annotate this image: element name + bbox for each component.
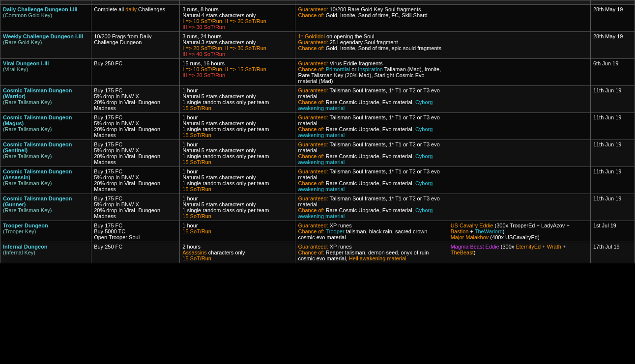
key-label: (Rare Talisman Key) bbox=[3, 126, 52, 132]
table-row: Cosmic Talisman Dungeon (Sentinel) (Rare… bbox=[0, 140, 635, 167]
table-row: Weekly Challenge Dungeon I-III (Rare Gol… bbox=[0, 32, 635, 59]
key-label: (Infernal Key) bbox=[3, 250, 35, 255]
dungeon-cell: Trooper Dungeon (Trooper Key) bbox=[0, 221, 91, 242]
achievements-cell: Magma Beast Eddie (300x EternityEd + Wra… bbox=[448, 242, 590, 263]
dungeon-cell: Cosmic Talisman Dungeon (Warrior) (Rare … bbox=[0, 86, 91, 113]
introduced-cell: 11th Jun 19 bbox=[590, 194, 635, 221]
introduced-cell: 28th May 19 bbox=[590, 5, 635, 32]
level-cell: 15 runs, 16 hours I => 10 SoT/Run, II =>… bbox=[180, 59, 295, 86]
table-row: Cosmic Talisman Dungeon (Gunner) (Rare T… bbox=[0, 194, 635, 221]
rewards-cell: 1* GoldIdol on opening the Soul Guarante… bbox=[295, 32, 448, 59]
level-cell: 1 hour Natural 5 stars characters only 1… bbox=[180, 167, 295, 194]
table-row: Viral Dungeon I-III (Viral Key) Buy 250 … bbox=[0, 59, 635, 86]
introduced-cell: 11th Jun 19 bbox=[590, 140, 635, 167]
dungeon-cell: Viral Dungeon I-III (Viral Key) bbox=[0, 59, 91, 86]
achievements-cell: US Cavalry Eddie (300x TrooperEd + LadyA… bbox=[448, 221, 590, 242]
dungeon-cell: Infernal Dungeon (Infernal Key) bbox=[0, 242, 91, 263]
dungeon-cell: Weekly Challenge Dungeon I-III (Rare Gol… bbox=[0, 32, 91, 59]
how-cell: Buy 175 FC5% drop in BNW X20% drop in Vi… bbox=[91, 194, 180, 221]
how-cell: Buy 175 FC5% drop in BNW X20% drop in Vi… bbox=[91, 86, 180, 113]
rewards-cell: Guaranteed: XP runes Chance of: Reaper t… bbox=[295, 242, 448, 263]
rewards-cell: Guaranteed: Talisman Soul framents, 1* T… bbox=[295, 113, 448, 140]
header-key bbox=[91, 0, 180, 5]
dungeon-name: Cosmic Talisman Dungeon (Magus) bbox=[3, 114, 72, 126]
rewards-cell: Guaranteed: 10/200 Rare Gold Key Soul fr… bbox=[295, 5, 448, 32]
header-level bbox=[180, 0, 295, 5]
rewards-cell: Guaranteed: XP runes Chance of: Trooper … bbox=[295, 221, 448, 242]
rewards-cell: Guaranteed: Talisman Soul framents, 1* T… bbox=[295, 194, 448, 221]
how-cell: Buy 175 FC5% drop in BNW X20% drop in Vi… bbox=[91, 140, 180, 167]
key-label: (Viral Key) bbox=[3, 66, 28, 72]
how-cell: 10/200 Frags from Daily Challenge Dungeo… bbox=[91, 32, 180, 59]
table-row: Daily Challenge Dungeon I-III (Common Go… bbox=[0, 5, 635, 32]
header-rewards bbox=[295, 0, 448, 5]
key-label: (Rare Talisman Key) bbox=[3, 180, 52, 186]
rewards-cell: Guaranteed: Talisman Soul framents, 1* T… bbox=[295, 86, 448, 113]
achievements-cell bbox=[448, 167, 590, 194]
key-label: (Rare Gold Key) bbox=[3, 39, 42, 45]
header-introduced bbox=[590, 0, 635, 5]
table-row: Cosmic Talisman Dungeon (Magus) (Rare Ta… bbox=[0, 113, 635, 140]
achievements-cell bbox=[448, 194, 590, 221]
rewards-cell: Guaranteed: Virus Eddie fragments Chance… bbox=[295, 59, 448, 86]
dungeon-name: Weekly Challenge Dungeon I-III bbox=[3, 33, 83, 39]
rewards-cell: Guaranteed: Talisman Soul framents, 1* T… bbox=[295, 167, 448, 194]
dungeon-name: Cosmic Talisman Dungeon (Assassin) bbox=[3, 168, 72, 180]
how-cell: Complete all daily Challenges bbox=[91, 5, 180, 32]
introduced-cell: 17th Jul 19 bbox=[590, 242, 635, 263]
key-label: (Rare Talisman Key) bbox=[3, 153, 52, 159]
key-label: (Rare Talisman Key) bbox=[3, 99, 52, 105]
level-cell: 1 hour Natural 5 stars characters only 1… bbox=[180, 140, 295, 167]
introduced-cell: 11th Jun 19 bbox=[590, 86, 635, 113]
dungeon-name: Viral Dungeon I-III bbox=[3, 60, 49, 66]
table-row: Trooper Dungeon (Trooper Key) Buy 175 FC… bbox=[0, 221, 635, 242]
introduced-cell: 28th May 19 bbox=[590, 32, 635, 59]
level-cell: 1 hour 15 SoT/Run bbox=[180, 221, 295, 242]
table-row: Infernal Dungeon (Infernal Key) Buy 250 … bbox=[0, 242, 635, 263]
introduced-cell: 11th Jun 19 bbox=[590, 113, 635, 140]
level-cell: 1 hour Natural 5 stars characters only 1… bbox=[180, 113, 295, 140]
achievements-cell bbox=[448, 113, 590, 140]
dungeon-name: Cosmic Talisman Dungeon (Gunner) bbox=[3, 196, 72, 207]
how-cell: Buy 250 FC bbox=[91, 59, 180, 86]
dungeon-name: Infernal Dungeon bbox=[3, 244, 47, 250]
how-cell: Buy 175 FC5% drop in BNW X20% drop in Vi… bbox=[91, 167, 180, 194]
achievements-cell bbox=[448, 140, 590, 167]
dungeon-cell: Cosmic Talisman Dungeon (Sentinel) (Rare… bbox=[0, 140, 91, 167]
dungeon-name: Cosmic Talisman Dungeon (Sentinel) bbox=[3, 141, 72, 153]
key-label: (Trooper Key) bbox=[3, 228, 36, 234]
level-cell: 3 runs, 8 hours Natural 4 stars characte… bbox=[180, 5, 295, 32]
level-cell: 2 hours Assassins characters only 15 SoT… bbox=[180, 242, 295, 263]
rewards-cell: Guaranteed: Talisman Soul framents, 1* T… bbox=[295, 140, 448, 167]
table-row: Cosmic Talisman Dungeon (Warrior) (Rare … bbox=[0, 86, 635, 113]
table-row: Cosmic Talisman Dungeon (Assassin) (Rare… bbox=[0, 167, 635, 194]
dungeon-cell: Cosmic Talisman Dungeon (Assassin) (Rare… bbox=[0, 167, 91, 194]
achievements-cell bbox=[448, 5, 590, 32]
level-cell: 1 hour Natural 5 stars characters only 1… bbox=[180, 194, 295, 221]
how-cell: Buy 175 FC5% drop in BNW X20% drop in Vi… bbox=[91, 113, 180, 140]
introduced-cell: 6th Jun 19 bbox=[590, 59, 635, 86]
dungeon-name: Trooper Dungeon bbox=[3, 223, 48, 228]
level-cell: 1 hour Natural 5 stars characters only 1… bbox=[180, 86, 295, 113]
dungeon-cell: Cosmic Talisman Dungeon (Gunner) (Rare T… bbox=[0, 194, 91, 221]
dungeon-cell: Cosmic Talisman Dungeon (Magus) (Rare Ta… bbox=[0, 113, 91, 140]
key-label: (Rare Talisman Key) bbox=[3, 207, 52, 213]
introduced-cell: 1st Jul 19 bbox=[590, 221, 635, 242]
how-cell: Buy 175 FCBuy 5000 TCOpen Trooper Soul bbox=[91, 221, 180, 242]
header-achievements bbox=[448, 0, 590, 5]
header-dungeon bbox=[0, 0, 91, 5]
introduced-cell: 11th Jun 19 bbox=[590, 167, 635, 194]
achievements-cell bbox=[448, 59, 590, 86]
dungeon-cell: Daily Challenge Dungeon I-III (Common Go… bbox=[0, 5, 91, 32]
dungeon-name: Daily Challenge Dungeon I-III bbox=[3, 6, 78, 12]
key-label: (Common Gold Key) bbox=[3, 12, 52, 18]
level-cell: 3 runs, 24 hours Natural 3 stars charact… bbox=[180, 32, 295, 59]
how-cell: Buy 250 FC bbox=[91, 242, 180, 263]
achievements-cell bbox=[448, 32, 590, 59]
dungeon-name: Cosmic Talisman Dungeon (Warrior) bbox=[3, 87, 72, 99]
achievements-cell bbox=[448, 86, 590, 113]
dungeon-table: Daily Challenge Dungeon I-III (Common Go… bbox=[0, 0, 635, 263]
